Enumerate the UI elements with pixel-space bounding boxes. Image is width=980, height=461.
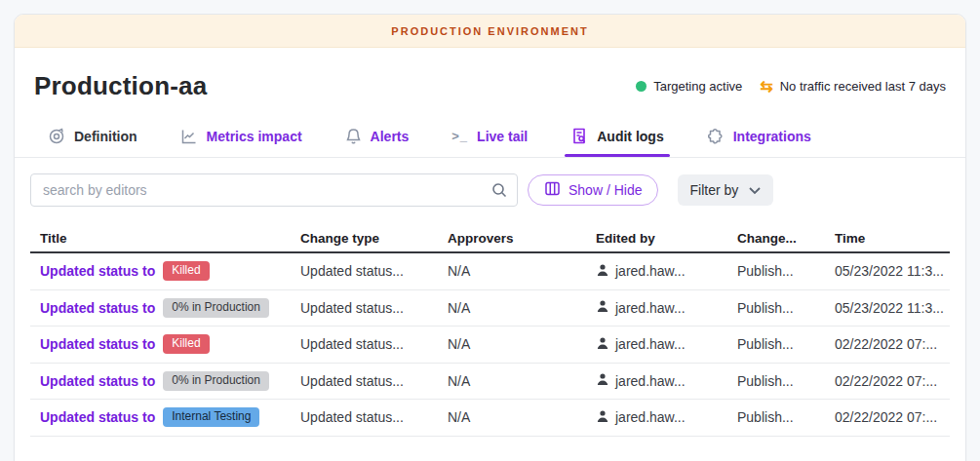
table-body: Updated status to Killed Updated status.… — [30, 253, 950, 437]
edited-by-name: jared.haw... — [615, 263, 686, 279]
tab-metrics-impact-label: Metrics impact — [207, 129, 302, 144]
tab-alerts-label: Alerts — [371, 129, 410, 144]
time-cell: 02/22/2022 07:... — [825, 409, 950, 425]
page-header: Production-aa Targeting active ⇆ No traf… — [15, 48, 965, 119]
column-header-edited-by: Edited by — [586, 231, 727, 246]
approvers-cell: N/A — [438, 373, 586, 389]
table-row[interactable]: Updated status to Killed Updated status.… — [30, 253, 950, 290]
edited-by-cell: jared.haw... — [586, 409, 727, 426]
tab-definition[interactable]: Definition — [48, 119, 137, 157]
filter-by-button[interactable]: Filter by — [678, 174, 773, 206]
tab-metrics-impact[interactable]: Metrics impact — [180, 119, 302, 157]
audit-log-search-icon — [570, 127, 588, 145]
line-chart-icon — [180, 128, 198, 145]
changes-cell: Publish... — [727, 300, 825, 316]
environment-card: PRODUCTION ENVIRONMENT Production-aa Tar… — [14, 14, 966, 461]
tab-integrations-label: Integrations — [733, 129, 811, 144]
approvers-cell: N/A — [438, 300, 586, 316]
chevron-down-icon — [748, 182, 762, 198]
title-link[interactable]: Updated status to — [40, 300, 155, 316]
approvers-cell: N/A — [438, 263, 586, 279]
search-input[interactable] — [30, 173, 518, 207]
status-badge: Killed — [163, 334, 209, 354]
title-link[interactable]: Updated status to — [40, 263, 155, 279]
targeting-status-label: Targeting active — [653, 79, 742, 94]
bell-icon — [345, 128, 362, 145]
title-link[interactable]: Updated status to — [40, 336, 155, 352]
puzzle-icon — [707, 128, 725, 145]
table-row[interactable]: Updated status to 0% in Production Updat… — [30, 364, 950, 401]
status-badge: Internal Testing — [163, 407, 259, 427]
time-cell: 02/22/2022 07:... — [825, 373, 950, 389]
green-dot-icon — [636, 81, 647, 92]
table-controls: Show / Hide Filter by — [15, 158, 965, 218]
column-header-approvers: Approvers — [438, 231, 586, 246]
person-icon — [596, 263, 609, 280]
audit-log-table: Title Change type Approvers Edited by Ch… — [30, 224, 950, 437]
person-icon — [596, 372, 609, 389]
change-type-cell: Updated status... — [291, 263, 438, 279]
targeting-status: Targeting active — [636, 79, 742, 94]
tab-audit-logs-label: Audit logs — [597, 129, 663, 144]
approvers-cell: N/A — [438, 336, 586, 352]
table-row[interactable]: Updated status to 0% in Production Updat… — [30, 290, 950, 327]
target-edit-icon — [48, 128, 65, 145]
tab-audit-logs[interactable]: Audit logs — [570, 119, 663, 157]
title-cell: Updated status to 0% in Production — [30, 298, 291, 318]
columns-icon — [544, 180, 561, 200]
status-badge: Killed — [163, 261, 209, 281]
status-badge: 0% in Production — [163, 371, 269, 391]
status-badge: 0% in Production — [163, 298, 269, 318]
change-type-cell: Updated status... — [291, 300, 438, 316]
changes-cell: Publish... — [727, 336, 825, 352]
change-type-cell: Updated status... — [291, 373, 438, 389]
table-row[interactable]: Updated status to Killed Updated status.… — [30, 327, 950, 364]
search-icon — [490, 181, 508, 203]
time-cell: 02/22/2022 07:... — [825, 336, 950, 352]
title-link[interactable]: Updated status to — [40, 409, 155, 425]
tab-live-tail-label: Live tail — [477, 129, 528, 144]
edited-by-cell: jared.haw... — [586, 336, 727, 353]
traffic-arrows-icon: ⇆ — [760, 79, 772, 95]
table-row[interactable]: Updated status to Internal Testing Updat… — [30, 400, 950, 437]
column-header-title: Title — [30, 231, 291, 246]
person-icon — [596, 409, 609, 426]
edited-by-cell: jared.haw... — [586, 299, 727, 316]
table-header-row: Title Change type Approvers Edited by Ch… — [30, 224, 950, 253]
column-header-change-type: Change type — [291, 231, 438, 246]
changes-cell: Publish... — [727, 373, 825, 389]
edited-by-cell: jared.haw... — [586, 372, 727, 389]
column-header-changes: Change... — [727, 231, 825, 246]
title-link[interactable]: Updated status to — [40, 373, 155, 389]
change-type-cell: Updated status... — [291, 336, 438, 352]
changes-cell: Publish... — [727, 409, 825, 425]
time-cell: 05/23/2022 11:3... — [825, 300, 950, 316]
banner-label: PRODUCTION ENVIRONMENT — [391, 25, 588, 37]
title-cell: Updated status to 0% in Production — [30, 371, 291, 391]
filter-by-label: Filter by — [689, 182, 738, 198]
show-hide-label: Show / Hide — [568, 182, 642, 198]
edited-by-name: jared.haw... — [615, 300, 686, 316]
edited-by-cell: jared.haw... — [586, 263, 727, 280]
page-title: Production-aa — [34, 71, 207, 101]
tab-definition-label: Definition — [74, 129, 137, 144]
production-environment-banner: PRODUCTION ENVIRONMENT — [15, 15, 965, 48]
person-icon — [596, 336, 609, 353]
column-header-time: Time — [825, 231, 950, 246]
tab-alerts[interactable]: Alerts — [345, 119, 410, 157]
tab-live-tail[interactable]: >_ Live tail — [451, 119, 528, 157]
change-type-cell: Updated status... — [291, 409, 438, 425]
title-cell: Updated status to Internal Testing — [30, 407, 291, 427]
time-cell: 05/23/2022 11:3... — [825, 263, 950, 279]
status-group: Targeting active ⇆ No traffic received l… — [636, 79, 946, 95]
edited-by-name: jared.haw... — [615, 373, 686, 389]
edited-by-name: jared.haw... — [615, 336, 686, 352]
traffic-status-label: No traffic received last 7 days — [780, 79, 946, 94]
approvers-cell: N/A — [438, 409, 586, 425]
tab-bar: Definition Metrics impact Alerts >_ Live… — [15, 119, 965, 158]
traffic-status: ⇆ No traffic received last 7 days — [760, 79, 946, 95]
tab-integrations[interactable]: Integrations — [707, 119, 811, 157]
search-box — [30, 173, 518, 207]
title-cell: Updated status to Killed — [30, 334, 291, 354]
show-hide-button[interactable]: Show / Hide — [528, 174, 658, 206]
